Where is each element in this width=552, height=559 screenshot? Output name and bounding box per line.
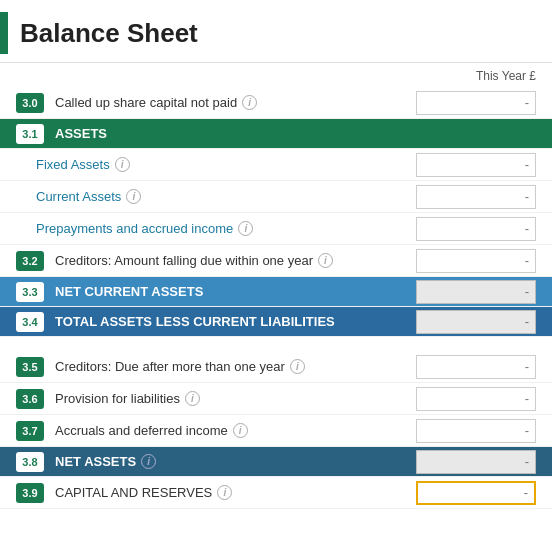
row-3-0: 3.0 Called up share capital not paid i [0, 87, 552, 119]
row-3-5-label: 3.5 Creditors: Due after more than one y… [16, 357, 406, 377]
badge-3-3: 3.3 [16, 282, 44, 302]
row-3-3-input[interactable] [416, 280, 536, 304]
row-current-assets-label: Current Assets i [16, 189, 406, 204]
row-3-3-label: 3.3 NET CURRENT ASSETS [16, 282, 406, 302]
row-3-2: 3.2 Creditors: Amount falling due within… [0, 245, 552, 277]
row-3-9-label: 3.9 CAPITAL AND RESERVES i [16, 483, 406, 503]
row-3-8-label: 3.8 NET ASSETS i [16, 452, 406, 472]
row-3-2-input-cell [406, 249, 536, 273]
row-current-assets: Current Assets i [0, 181, 552, 213]
row-current-assets-input-cell [406, 185, 536, 209]
row-3-9-input[interactable] [416, 481, 536, 505]
row-3-7-text: Accruals and deferred income [55, 423, 228, 438]
row-3-0-label: 3.0 Called up share capital not paid i [16, 93, 406, 113]
row-3-5-text: Creditors: Due after more than one year [55, 359, 285, 374]
row-3-9: 3.9 CAPITAL AND RESERVES i [0, 477, 552, 509]
row-3-5: 3.5 Creditors: Due after more than one y… [0, 351, 552, 383]
row-prepayments-input[interactable] [416, 217, 536, 241]
badge-3-8: 3.8 [16, 452, 44, 472]
this-year-column-header: This Year £ [406, 69, 536, 83]
help-icon-current-assets[interactable]: i [126, 189, 141, 204]
help-icon-prepayments[interactable]: i [238, 221, 253, 236]
help-icon-3-8[interactable]: i [141, 454, 156, 469]
row-3-6-text: Provision for liabilities [55, 391, 180, 406]
row-3-4-text: TOTAL ASSETS LESS CURRENT LIABILITIES [55, 314, 335, 329]
row-3-2-text: Creditors: Amount falling due within one… [55, 253, 313, 268]
page-title: Balance Sheet [20, 18, 198, 49]
page-header: Balance Sheet [0, 0, 552, 63]
row-prepayments-text: Prepayments and accrued income [36, 221, 233, 236]
row-3-6-label: 3.6 Provision for liabilities i [16, 389, 406, 409]
row-current-assets-input[interactable] [416, 185, 536, 209]
row-3-8-text: NET ASSETS [55, 454, 136, 469]
row-3-4-input[interactable] [416, 310, 536, 334]
column-header-row: This Year £ [0, 63, 552, 87]
row-3-9-input-cell [406, 481, 536, 505]
help-icon-3-7[interactable]: i [233, 423, 248, 438]
row-3-5-input[interactable] [416, 355, 536, 379]
row-3-1-text: ASSETS [55, 126, 107, 141]
balance-sheet-page: Balance Sheet This Year £ 3.0 Called up … [0, 0, 552, 509]
row-3-8-input[interactable] [416, 450, 536, 474]
row-3-7-input[interactable] [416, 419, 536, 443]
row-fixed-assets: Fixed Assets i [0, 149, 552, 181]
spacer-1 [0, 337, 552, 351]
badge-3-4: 3.4 [16, 312, 44, 332]
row-3-9-text: CAPITAL AND RESERVES [55, 485, 212, 500]
badge-3-6: 3.6 [16, 389, 44, 409]
row-3-3-input-cell [406, 280, 536, 304]
help-icon-3-2[interactable]: i [318, 253, 333, 268]
row-3-6: 3.6 Provision for liabilities i [0, 383, 552, 415]
row-3-4: 3.4 TOTAL ASSETS LESS CURRENT LIABILITIE… [0, 307, 552, 337]
row-3-8-input-cell [406, 450, 536, 474]
row-3-3: 3.3 NET CURRENT ASSETS [0, 277, 552, 307]
help-icon-3-9[interactable]: i [217, 485, 232, 500]
row-3-2-input[interactable] [416, 249, 536, 273]
row-current-assets-text: Current Assets [36, 189, 121, 204]
badge-3-7: 3.7 [16, 421, 44, 441]
badge-3-5: 3.5 [16, 357, 44, 377]
row-prepayments-input-cell [406, 217, 536, 241]
row-3-0-input-cell [406, 91, 536, 115]
row-3-1-label: 3.1 ASSETS [16, 124, 406, 144]
row-3-7: 3.7 Accruals and deferred income i [0, 415, 552, 447]
help-icon-3-6[interactable]: i [185, 391, 200, 406]
badge-3-0: 3.0 [16, 93, 44, 113]
row-3-0-input[interactable] [416, 91, 536, 115]
badge-3-1: 3.1 [16, 124, 44, 144]
row-fixed-assets-input[interactable] [416, 153, 536, 177]
row-3-6-input-cell [406, 387, 536, 411]
row-3-7-label: 3.7 Accruals and deferred income i [16, 421, 406, 441]
row-prepayments-label: Prepayments and accrued income i [16, 221, 406, 236]
row-3-2-label: 3.2 Creditors: Amount falling due within… [16, 251, 406, 271]
row-3-1-assets-header: 3.1 ASSETS [0, 119, 552, 149]
row-3-8: 3.8 NET ASSETS i [0, 447, 552, 477]
row-3-7-input-cell [406, 419, 536, 443]
row-3-3-text: NET CURRENT ASSETS [55, 284, 203, 299]
row-3-0-text: Called up share capital not paid [55, 95, 237, 110]
help-icon-3-5[interactable]: i [290, 359, 305, 374]
row-prepayments: Prepayments and accrued income i [0, 213, 552, 245]
row-fixed-assets-input-cell [406, 153, 536, 177]
row-fixed-assets-text: Fixed Assets [36, 157, 110, 172]
row-3-6-input[interactable] [416, 387, 536, 411]
header-accent-bar [0, 12, 8, 54]
badge-3-9: 3.9 [16, 483, 44, 503]
row-3-4-label: 3.4 TOTAL ASSETS LESS CURRENT LIABILITIE… [16, 312, 406, 332]
badge-3-2: 3.2 [16, 251, 44, 271]
help-icon-fixed-assets[interactable]: i [115, 157, 130, 172]
row-3-5-input-cell [406, 355, 536, 379]
help-icon-3-0[interactable]: i [242, 95, 257, 110]
row-3-4-input-cell [406, 310, 536, 334]
row-fixed-assets-label: Fixed Assets i [16, 157, 406, 172]
